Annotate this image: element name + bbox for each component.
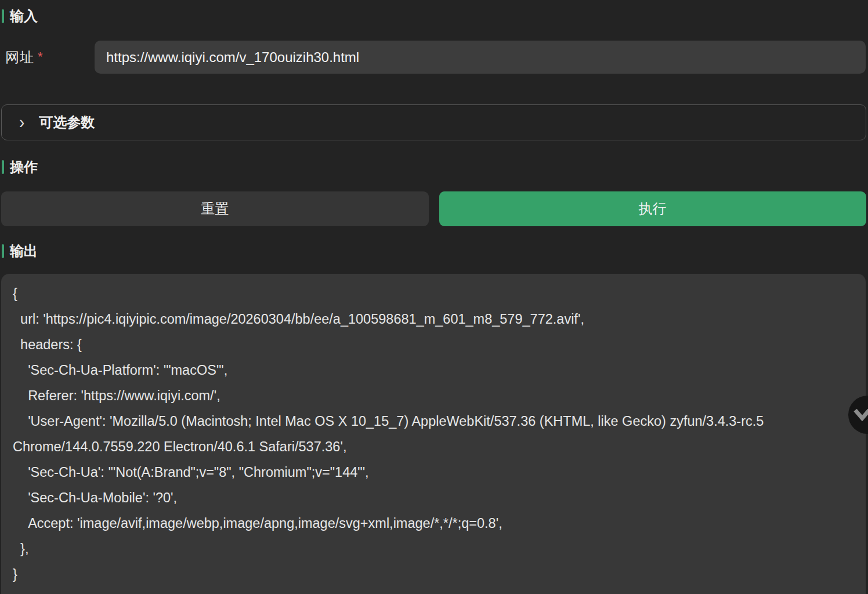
actions-section-title: 操作 (2, 158, 868, 176)
chevron-right-icon: › (19, 113, 24, 132)
optional-params-label: 可选参数 (39, 113, 95, 132)
optional-params-panel[interactable]: › 可选参数 (1, 104, 866, 140)
url-input[interactable] (95, 41, 866, 74)
output-section-title: 输出 (2, 242, 868, 260)
action-buttons-row: 重置 执行 (0, 191, 868, 226)
input-section-title-text: 输入 (10, 7, 38, 26)
url-field-row: 网址* (0, 41, 868, 74)
url-field-label: 网址* (0, 48, 95, 67)
output-section-title-text: 输出 (10, 242, 38, 260)
chevron-down-icon (853, 408, 868, 421)
required-asterisk: * (38, 49, 44, 64)
tool-form-page: 输入 网址* › 可选参数 操作 重置 执行 输出 { url: 'https:… (0, 0, 868, 594)
section-accent-bar (2, 244, 4, 258)
section-accent-bar (2, 9, 4, 23)
actions-section-title-text: 操作 (10, 158, 38, 176)
output-result-box: { url: 'https://pic4.iqiyipic.com/image/… (1, 274, 866, 594)
output-json-text: { url: 'https://pic4.iqiyipic.com/image/… (13, 281, 854, 587)
input-section-title: 输入 (2, 0, 868, 26)
execute-button[interactable]: 执行 (439, 191, 867, 226)
section-accent-bar (2, 160, 4, 174)
reset-button[interactable]: 重置 (1, 191, 429, 226)
